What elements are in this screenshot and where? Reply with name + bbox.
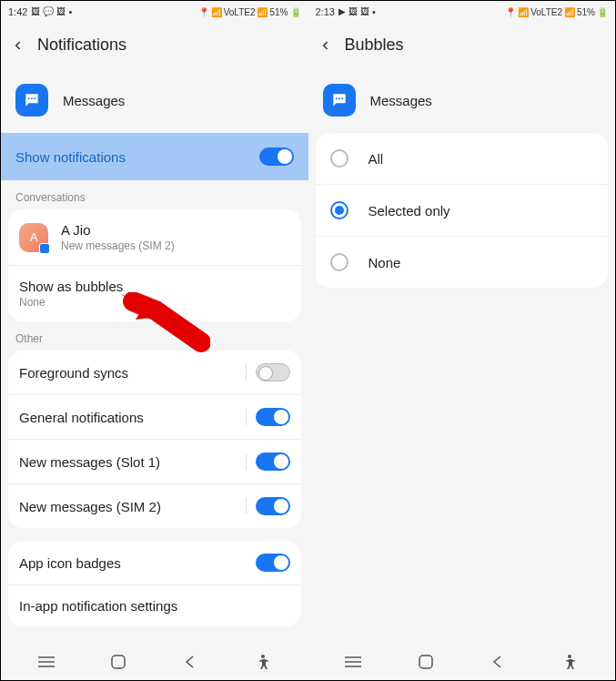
general-notifications-row[interactable]: General notifications xyxy=(8,395,301,440)
badges-card: App icon badges In-app notification sett… xyxy=(8,541,301,626)
location-icon: 📍 xyxy=(198,7,209,17)
foreground-syncs-row[interactable]: Foreground syncs xyxy=(8,351,301,395)
home-button[interactable] xyxy=(415,651,437,673)
navigation-bar xyxy=(1,644,308,680)
show-as-bubbles-label: Show as bubbles xyxy=(19,279,123,294)
radio-selected-only[interactable] xyxy=(330,201,348,219)
location-icon: 📍 xyxy=(505,7,516,17)
screen-bubbles: 2:13 ▶🖼🖼• 📍 📶 VoLTE2 📶 51% 🔋 Bubbles Mes… xyxy=(308,1,616,680)
svg-rect-14 xyxy=(419,656,432,668)
nav-back-button[interactable] xyxy=(487,651,509,673)
svg-point-15 xyxy=(568,655,571,658)
title-bar: Bubbles xyxy=(308,23,616,67)
page-title: Bubbles xyxy=(345,36,404,55)
messages-app-icon xyxy=(15,84,48,117)
conversation-sub: New messages (SIM 2) xyxy=(61,239,175,252)
nav-back-button[interactable] xyxy=(179,651,201,673)
new-messages-sim2-row[interactable]: New messages (SIM 2) xyxy=(8,484,301,528)
title-bar: Notifications xyxy=(1,23,308,67)
general-notifications-toggle[interactable] xyxy=(256,408,290,426)
screen-notifications: 1:42 🖼💬🖼• 📍 📶 VoLTE2 📶 51% 🔋 Notificatio… xyxy=(1,1,308,680)
svg-point-9 xyxy=(338,97,340,99)
app-info[interactable]: Messages xyxy=(308,67,616,133)
conversation-row[interactable]: A A Jio New messages (SIM 2) xyxy=(8,209,301,266)
messages-badge-icon xyxy=(39,243,50,254)
svg-point-10 xyxy=(341,97,343,99)
accessibility-button[interactable] xyxy=(559,651,581,673)
radio-all[interactable] xyxy=(330,149,348,168)
battery-label: 51% xyxy=(269,7,288,17)
new-messages-slot1-row[interactable]: New messages (Slot 1) xyxy=(8,440,301,484)
app-icon-badges-toggle[interactable] xyxy=(256,554,290,572)
svg-rect-6 xyxy=(112,656,125,668)
page-title: Notifications xyxy=(37,36,126,55)
battery-icon: 🔋 xyxy=(290,7,301,17)
wifi-icon: 📶 xyxy=(518,7,529,17)
bubbles-options-card: All Selected only None xyxy=(316,133,609,288)
recents-button[interactable] xyxy=(342,651,364,673)
home-button[interactable] xyxy=(107,651,129,673)
battery-icon: 🔋 xyxy=(597,7,608,17)
status-right: 📍 📶 VoLTE2 📶 51% 🔋 xyxy=(198,7,301,17)
new-messages-slot1-toggle[interactable] xyxy=(256,452,290,471)
app-icon-badges-row[interactable]: App icon badges xyxy=(8,541,301,585)
option-selected-only-label: Selected only xyxy=(369,203,450,219)
network-label: VoLTE2 xyxy=(530,7,562,17)
svg-point-8 xyxy=(335,97,337,99)
in-app-settings-row[interactable]: In-app notification settings xyxy=(8,585,301,626)
option-none-row[interactable]: None xyxy=(316,237,609,288)
show-notifications-label: Show notifications xyxy=(15,149,126,165)
app-name: Messages xyxy=(63,93,125,108)
other-header: Other xyxy=(1,321,308,351)
navigation-bar xyxy=(308,644,616,680)
messages-app-icon xyxy=(323,84,356,117)
app-info[interactable]: Messages xyxy=(1,67,308,133)
status-left-icons: 🖼💬🖼• xyxy=(31,6,197,17)
show-notifications-row[interactable]: Show notifications xyxy=(1,133,308,180)
option-selected-only-row[interactable]: Selected only xyxy=(316,185,609,237)
svg-point-1 xyxy=(31,97,33,99)
wifi-icon: 📶 xyxy=(211,7,222,17)
show-as-bubbles-value: None xyxy=(19,296,123,309)
status-right: 📍 📶 VoLTE2 📶 51% 🔋 xyxy=(505,7,608,17)
status-left-icons: ▶🖼🖼• xyxy=(338,6,505,17)
app-name: Messages xyxy=(370,93,432,108)
accessibility-button[interactable] xyxy=(252,651,274,673)
option-all-row[interactable]: All xyxy=(316,133,609,185)
foreground-syncs-toggle[interactable] xyxy=(256,363,290,381)
conversation-name: A Jio xyxy=(61,222,175,238)
show-notifications-toggle[interactable] xyxy=(259,147,294,166)
status-time: 1:42 xyxy=(8,6,27,17)
option-none-label: None xyxy=(369,255,401,270)
conversations-header: Conversations xyxy=(1,180,308,209)
status-bar: 2:13 ▶🖼🖼• 📍 📶 VoLTE2 📶 51% 🔋 xyxy=(308,1,616,23)
back-icon[interactable] xyxy=(319,39,332,52)
show-as-bubbles-row[interactable]: Show as bubbles None xyxy=(8,266,301,321)
option-all-label: All xyxy=(369,151,384,167)
recents-button[interactable] xyxy=(35,651,57,673)
conversation-avatar: A xyxy=(19,223,48,252)
svg-point-7 xyxy=(261,655,265,658)
network-label: VoLTE2 xyxy=(224,7,256,17)
new-messages-sim2-toggle[interactable] xyxy=(256,497,290,515)
radio-none[interactable] xyxy=(330,253,348,271)
svg-point-0 xyxy=(28,97,30,99)
svg-point-2 xyxy=(34,97,35,99)
status-bar: 1:42 🖼💬🖼• 📍 📶 VoLTE2 📶 51% 🔋 xyxy=(1,1,308,23)
battery-label: 51% xyxy=(577,7,595,17)
status-time: 2:13 xyxy=(316,6,335,17)
conversations-card: A A Jio New messages (SIM 2) Show as bub… xyxy=(8,209,301,321)
other-card: Foreground syncs General notifications N… xyxy=(8,351,301,528)
back-icon[interactable] xyxy=(12,39,25,52)
